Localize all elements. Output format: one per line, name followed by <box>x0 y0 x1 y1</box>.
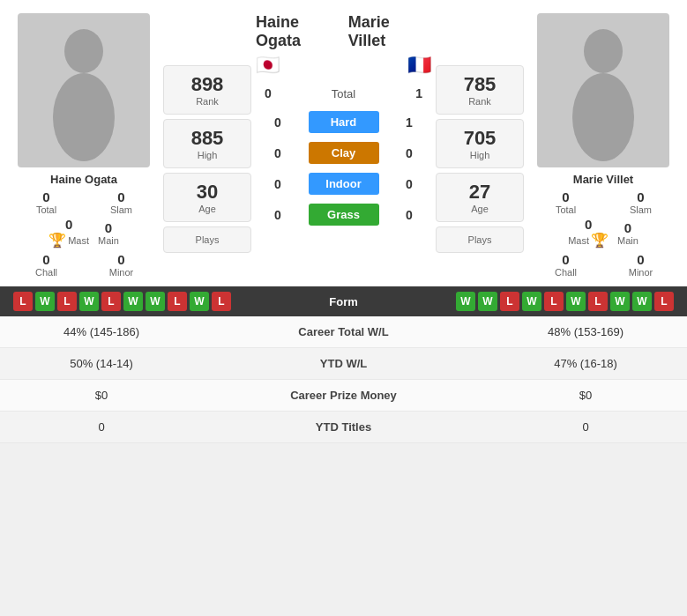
player1-age-box: 30 Age <box>163 173 251 222</box>
player2-rank-label: Rank <box>441 96 519 107</box>
stats-row: $0 Career Prize Money $0 <box>0 380 687 412</box>
player2-rank-box: 785 Rank <box>436 65 524 115</box>
form-badge-p1: W <box>79 292 99 311</box>
player2-mast-cell: 0 Mast 🏆 <box>568 217 609 249</box>
hard-badge: Hard <box>309 111 379 133</box>
stats-row-label: Career Total W/L <box>190 325 497 338</box>
player2-name: Marie Villet <box>573 173 633 186</box>
player2-slam-label: Slam <box>630 204 652 215</box>
form-badge-p2: W <box>632 292 652 311</box>
svg-point-0 <box>64 29 103 73</box>
form-badge-p1: W <box>123 292 143 311</box>
svg-point-2 <box>584 29 623 73</box>
p2-grass-val: 0 <box>396 208 422 222</box>
p2-clay-val: 0 <box>396 146 422 160</box>
grass-badge: Grass <box>309 204 379 226</box>
player1-chall-label: Chall <box>35 267 57 278</box>
form-badge-p1: L <box>57 292 77 311</box>
player1-total-label: Total <box>36 204 56 215</box>
player1-total-cell: 0 Total <box>13 189 79 215</box>
player2-total-label: Total <box>556 204 576 215</box>
player2-high-label: High <box>441 150 519 160</box>
total-row: 0 Total 1 <box>256 81 431 106</box>
player2-high-value: 705 <box>441 127 519 150</box>
player2-trophy-row: 0 Mast 🏆 0 Main <box>568 217 638 249</box>
player2-chall-value: 0 <box>562 252 569 267</box>
stats-row-label: Career Prize Money <box>190 389 497 402</box>
form-badge-p2: W <box>522 292 541 311</box>
svg-point-1 <box>53 73 115 161</box>
player1-rank-value: 898 <box>168 73 246 96</box>
player1-slam-label: Slam <box>110 204 132 215</box>
form-badge-p1: L <box>212 292 231 311</box>
form-badge-p2: W <box>566 292 586 311</box>
player2-avatar <box>537 13 669 167</box>
player2-main-cell: 0 Main <box>617 220 638 246</box>
player1-main-value: 0 <box>105 220 112 235</box>
player1-stats-grid: 0 Total 0 Slam <box>9 189 159 215</box>
stats-p1-val: 44% (145-186) <box>13 325 190 338</box>
player2-slam-cell: 0 Slam <box>608 189 674 215</box>
player2-silhouette <box>564 20 643 161</box>
player1-form-badges: LWLWLWWLWL <box>13 292 231 311</box>
player1-slam-cell: 0 Slam <box>88 189 154 215</box>
player2-minor-value: 0 <box>637 252 644 267</box>
form-badge-p1: W <box>190 292 209 311</box>
stats-p1-val: 50% (14-14) <box>13 357 190 370</box>
player1-mast-value: 0 <box>65 217 72 232</box>
player1-name: Haine Ogata <box>50 173 117 186</box>
player2-minor-cell: 0 Minor <box>608 252 674 278</box>
player2-trophy-icon: 🏆 <box>591 232 609 249</box>
player1-stat-boxes: 898 Rank 885 High 30 Age Plays <box>163 13 251 278</box>
player1-mast-label: Mast <box>68 235 89 246</box>
stats-p1-val: $0 <box>13 389 190 402</box>
stats-p1-val: 0 <box>13 420 190 434</box>
player1-minor-value: 0 <box>117 252 124 267</box>
p1-grass-val: 0 <box>265 208 291 222</box>
player2-age-label: Age <box>441 204 519 214</box>
player2-minor-label: Minor <box>629 267 653 278</box>
player1-minor-label: Minor <box>109 267 134 278</box>
stats-p2-val: $0 <box>497 389 674 402</box>
p1-indoor-val: 0 <box>265 177 291 191</box>
stats-p2-val: 0 <box>497 420 674 434</box>
indoor-badge: Indoor <box>309 173 379 195</box>
player2-form-badges: WWLWLWLWWL <box>456 292 674 311</box>
player1-main-label: Main <box>98 235 119 246</box>
grass-row: 0 Grass 0 <box>256 200 431 229</box>
player1-rank-label: Rank <box>168 96 246 107</box>
player1-total-value: 0 <box>42 189 49 204</box>
player1-card: Haine Ogata 0 Total 0 Slam 0 🏆 Mast <box>9 13 159 278</box>
player2-card: Marie Villet 0 Total 0 Slam 0 Mast 🏆 <box>528 13 678 278</box>
player1-silhouette <box>44 20 123 161</box>
hard-row: 0 Hard 1 <box>256 108 431 137</box>
player2-slam-value: 0 <box>637 189 644 204</box>
stats-row: 44% (145-186) Career Total W/L 48% (153-… <box>0 316 687 348</box>
player1-rank-box: 898 Rank <box>163 65 251 115</box>
player-comparison-section: Haine Ogata 0 Total 0 Slam 0 🏆 Mast <box>0 0 687 286</box>
player1-minor-cell: 0 Minor <box>88 252 154 278</box>
player2-mast-label: Mast <box>568 235 589 246</box>
p1-total-val: 0 <box>265 86 272 100</box>
player1-trophy-icon: 🏆 <box>49 232 66 249</box>
player1-main-cell: 0 Main <box>98 220 119 246</box>
form-badge-p2: W <box>456 292 475 311</box>
center-panel: Haine Ogata 🇯🇵 Marie Villet 🇫🇷 0 Total 1 <box>256 13 431 278</box>
form-badge-p2: W <box>478 292 497 311</box>
player1-bottom-stats: 0 Chall 0 Minor <box>9 252 159 278</box>
player2-stat-boxes: 785 Rank 705 High 27 Age Plays <box>436 13 524 278</box>
form-label: Form <box>329 295 358 308</box>
player2-total-value: 0 <box>562 189 569 204</box>
stats-p2-val: 47% (16-18) <box>497 357 674 370</box>
player1-trophy-row: 0 🏆 Mast 0 Main <box>49 217 119 249</box>
player2-chall-label: Chall <box>555 267 577 278</box>
player1-high-box: 885 High <box>163 119 251 168</box>
form-badge-p1: L <box>168 292 187 311</box>
stats-row: 50% (14-14) YTD W/L 47% (16-18) <box>0 348 687 380</box>
main-container: Haine Ogata 0 Total 0 Slam 0 🏆 Mast <box>0 0 687 443</box>
p2-total-val: 1 <box>415 86 422 100</box>
clay-badge: Clay <box>309 142 379 164</box>
player1-avatar <box>18 13 150 167</box>
player2-flag: 🇫🇷 <box>407 54 431 77</box>
p2-indoor-val: 0 <box>396 177 422 191</box>
